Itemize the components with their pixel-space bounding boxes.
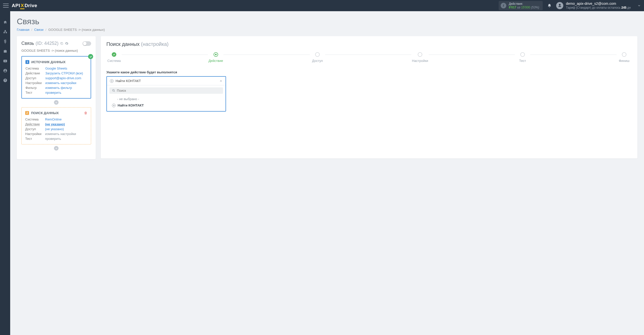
user-icon[interactable] [3,68,7,73]
user-block[interactable]: demo_apix-drive_s2@com.com Тариф |Станда… [556,2,631,10]
chevron-up-icon [219,79,222,83]
source-test[interactable]: проверить [45,91,87,95]
source-title: ИСТОЧНИК ДАННЫХ [31,60,65,64]
user-email: demo_apix-drive_s2@com.com [566,2,631,6]
home-icon[interactable] [3,20,7,24]
source-access[interactable]: support@apix-drive.com [45,76,87,80]
connection-toggle[interactable] [82,41,91,46]
crumb-home[interactable]: Главная [17,28,29,32]
play-icon [112,104,116,107]
sidebar [0,11,10,335]
help-icon[interactable] [3,78,7,83]
actions-counter[interactable]: i Действия: 8'017 из 15'000 (53%) [499,1,543,10]
search-box[interactable]: 2 ПОИСК ДАННЫХ СистемаRemOnline Действие… [21,107,91,144]
step-action[interactable]: Действие [208,52,223,63]
svg-rect-1 [4,32,5,33]
option-find-contact[interactable]: Найти КОНТАКТ [109,102,223,109]
briefcase-icon[interactable] [3,49,7,53]
step-test[interactable]: Тест [515,52,530,63]
svg-point-7 [113,89,114,91]
source-box[interactable]: 1 ИСТОЧНИК ДАННЫХ СистемаGoogle Sheets Д… [21,56,91,99]
chevron-down-icon[interactable] [637,4,641,7]
actions-label: Действия: [509,2,539,6]
dropdown-toggle[interactable]: Найти КОНТАКТ [107,77,226,85]
config-panel: Поиск данных (настройка) Система Действи… [101,36,637,158]
stepper: Система Действие Доступ Настройки Тест [106,52,632,63]
dropdown-search[interactable] [109,87,223,94]
search-settings: изменить настройки [45,132,87,136]
info-icon: i [501,3,506,8]
topbar: API X Drive i Действия: 8'017 из 15'000 … [0,0,644,11]
dropdown-search-input[interactable] [117,89,220,92]
gear-icon[interactable] [65,42,68,45]
brand-x: X [21,3,24,8]
search-icon [112,89,115,92]
svg-rect-2 [6,32,7,33]
action-field-label: Укажите какое действие будет выполнятся [106,70,632,74]
menu-toggle-icon[interactable] [3,4,9,8]
trash-icon[interactable] [84,111,87,115]
breadcrumb: Главная / Связи / GOOGLE SHEETS -> (поис… [17,28,637,32]
action-dropdown: Найти КОНТАКТ - не выбрано - [106,76,226,112]
search-system[interactable]: RemOnline [45,117,87,121]
copy-icon[interactable] [60,42,63,45]
source-system[interactable]: Google Sheets [45,66,87,70]
step-number-2: 2 [25,111,29,115]
search-action[interactable]: (не указано) [45,122,87,126]
source-action[interactable]: Загрузить СТРОКИ (все) [45,71,87,75]
crumb-current: GOOGLE SHEETS -> (поиск данных) [48,28,105,32]
search-test: проверить [45,137,87,141]
step-finish[interactable]: Финиш [617,52,632,63]
search-title: ПОИСК ДАННЫХ [31,111,59,115]
avatar-icon [556,2,563,9]
youtube-icon[interactable] [3,59,7,63]
add-step-button[interactable]: + [54,100,59,105]
connection-subtitle: GOOGLE SHEETS -> (поиск данных) [21,49,91,52]
config-title: Поиск данных (настройка) [106,41,632,47]
source-settings[interactable]: изменить настройки [45,81,87,85]
search-access[interactable]: (не указано) [45,127,87,131]
bell-icon[interactable] [547,4,552,8]
page-body: Связь Главная / Связи / GOOGLE SHEETS ->… [10,11,644,335]
brand-logo[interactable]: API X Drive [12,3,37,8]
actions-values: 8'017 из 15'000 (53%) [509,6,539,9]
step-settings[interactable]: Настройки [411,52,429,63]
svg-rect-6 [61,43,63,45]
connection-title: Связь (ID: 44252) [21,41,68,46]
brand-drive: Drive [24,3,37,8]
brand-api: API [12,3,20,8]
dropdown-selected: Найти КОНТАКТ [116,79,217,83]
step-system[interactable]: Система [106,52,122,63]
page-title: Связь [17,17,637,26]
play-icon [110,79,114,83]
option-none[interactable]: - не выбрано - [109,96,223,102]
svg-rect-0 [5,30,6,31]
sitemap-icon[interactable] [3,30,7,34]
step-access[interactable]: Доступ [310,52,325,63]
add-step-button-2[interactable]: + [54,146,59,151]
crumb-links[interactable]: Связи [34,28,43,32]
dollar-icon[interactable] [3,39,7,44]
check-icon [88,54,93,59]
connection-panel: Связь (ID: 44252) GOOGLE SHEETS -> (поис… [17,36,96,159]
source-filter[interactable]: изменить фильтр [45,86,87,90]
user-plan: Тариф |Стандарт| до оплаты осталось 245 … [566,6,631,10]
step-number-1: 1 [25,60,29,64]
